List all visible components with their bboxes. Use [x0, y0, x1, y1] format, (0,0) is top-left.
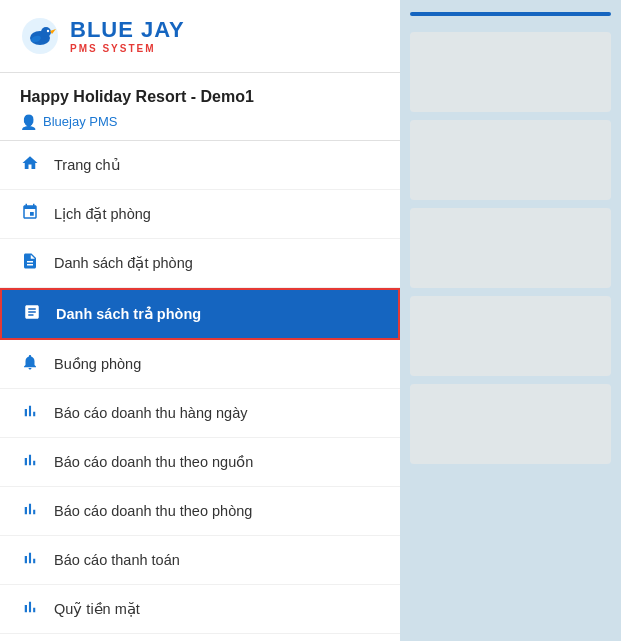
- sidebar: BLUE JAY PMS SYSTEM Happy Holiday Resort…: [0, 0, 400, 641]
- nav-label-report-room: Báo cáo doanh thu theo phòng: [54, 503, 252, 519]
- logo-bird-icon: [20, 16, 60, 56]
- bar-icon-5: [20, 598, 40, 620]
- nav-label-report-cash: Quỹ tiền mặt: [54, 601, 140, 617]
- logo-text: BLUE JAY PMS SYSTEM: [70, 18, 185, 53]
- right-card-5: [410, 384, 611, 464]
- bell-icon: [20, 353, 40, 375]
- bar-icon-1: [20, 402, 40, 424]
- home-icon: [20, 154, 40, 176]
- nav-list: Trang chủLịch đặt phòngDanh sách đặt phò…: [0, 141, 400, 641]
- nav-item-checkout-list[interactable]: Danh sách trả phòng: [0, 288, 400, 340]
- logo-subtitle: PMS SYSTEM: [70, 43, 185, 54]
- nav-item-home[interactable]: Trang chủ: [0, 141, 400, 190]
- nav-item-booking-schedule[interactable]: Lịch đặt phòng: [0, 190, 400, 239]
- right-card-1: [410, 32, 611, 112]
- user-icon: 👤: [20, 114, 37, 130]
- nav-item-report-cash[interactable]: Quỹ tiền mặt: [0, 585, 400, 634]
- property-user: 👤 Bluejay PMS: [20, 114, 380, 130]
- nav-item-report-source[interactable]: Báo cáo doanh thu theo nguồn: [0, 438, 400, 487]
- list-icon: [20, 252, 40, 274]
- nav-label-home: Trang chủ: [54, 157, 121, 173]
- nav-item-room-service[interactable]: Buồng phòng: [0, 340, 400, 389]
- nav-label-booking-list: Danh sách đặt phòng: [54, 255, 193, 271]
- doc-icon: [22, 303, 42, 325]
- property-area: Happy Holiday Resort - Demo1 👤 Bluejay P…: [0, 73, 400, 141]
- nav-label-booking-schedule: Lịch đặt phòng: [54, 206, 151, 222]
- svg-point-4: [47, 30, 49, 32]
- svg-point-2: [41, 27, 51, 37]
- nav-label-checkout-list: Danh sách trả phòng: [56, 306, 201, 322]
- right-panel: [400, 0, 621, 641]
- bar-icon-3: [20, 500, 40, 522]
- property-name: Happy Holiday Resort - Demo1: [20, 87, 380, 108]
- nav-label-report-payment: Báo cáo thanh toán: [54, 552, 180, 568]
- bar-icon-2: [20, 451, 40, 473]
- nav-item-report-room[interactable]: Báo cáo doanh thu theo phòng: [0, 487, 400, 536]
- nav-item-booking-list[interactable]: Danh sách đặt phòng: [0, 239, 400, 288]
- right-card-4: [410, 296, 611, 376]
- property-user-label: Bluejay PMS: [43, 114, 117, 129]
- right-card-3: [410, 208, 611, 288]
- nav-label-report-source: Báo cáo doanh thu theo nguồn: [54, 454, 253, 470]
- bar-icon-4: [20, 549, 40, 571]
- nav-item-report-payment[interactable]: Báo cáo thanh toán: [0, 536, 400, 585]
- logo-title: BLUE JAY: [70, 18, 185, 42]
- right-card-2: [410, 120, 611, 200]
- right-top-bar: [410, 12, 611, 16]
- nav-label-room-service: Buồng phòng: [54, 356, 141, 372]
- nav-label-report-daily: Báo cáo doanh thu hàng ngày: [54, 405, 248, 421]
- calendar-icon: [20, 203, 40, 225]
- nav-item-report-daily[interactable]: Báo cáo doanh thu hàng ngày: [0, 389, 400, 438]
- logo-area: BLUE JAY PMS SYSTEM: [0, 0, 400, 73]
